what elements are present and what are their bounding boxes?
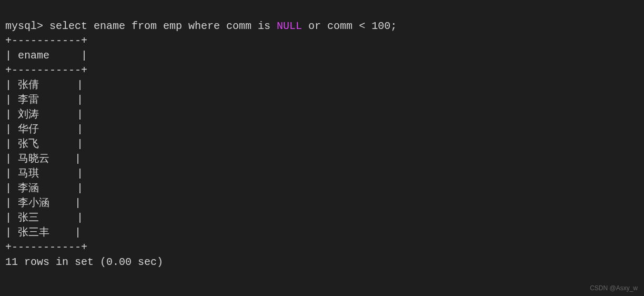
query-part1: select ename from emp where comm is	[49, 20, 277, 32]
table-row: | 李雷 |	[5, 94, 83, 106]
table-border-top: +-----------+	[5, 35, 87, 47]
query-line: mysql> select ename from emp where comm …	[5, 20, 397, 32]
table-row: | 张飞 |	[5, 138, 83, 150]
null-keyword: NULL	[277, 20, 302, 32]
table-row: | 张三丰 |	[5, 226, 81, 239]
table-row: | 华仔 |	[5, 123, 83, 135]
table-row: | 刘涛 |	[5, 108, 83, 121]
status-line: 11 rows in set (0.00 sec)	[5, 256, 163, 268]
table-row: | 马琪 |	[5, 167, 83, 180]
table-row: | 李小涵 |	[5, 197, 81, 209]
table-header: | ename |	[5, 50, 87, 62]
table-row: | 马晓云 |	[5, 153, 81, 165]
table-row: | 张三 |	[5, 212, 83, 224]
query-part2: or comm < 100;	[302, 20, 397, 32]
table-border-bottom: +-----------+	[5, 241, 87, 253]
table-border-mid: +-----------+	[5, 64, 87, 76]
table-row: | 李涵 |	[5, 182, 83, 194]
mysql-prompt: mysql>	[5, 20, 49, 32]
watermark: CSDN @Asxy_w	[590, 284, 638, 293]
table-row: | 张倩 |	[5, 79, 83, 91]
terminal-output: mysql> select ename from emp where comm …	[5, 4, 639, 270]
